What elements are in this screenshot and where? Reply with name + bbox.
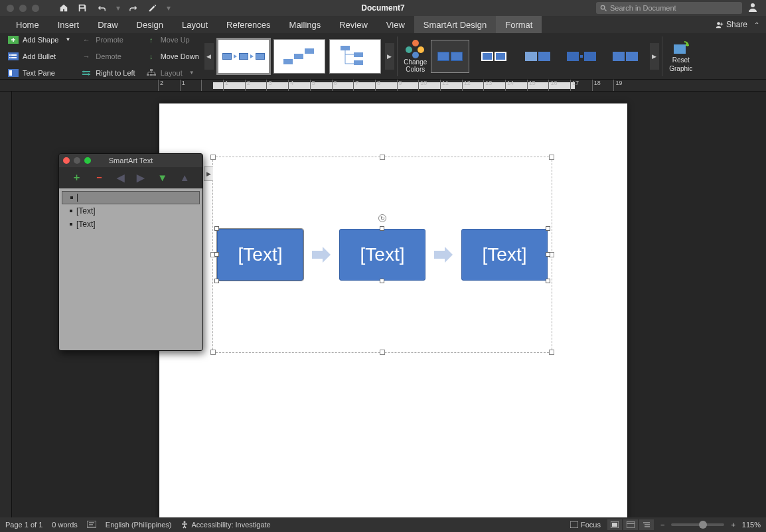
minimize-window-icon[interactable] [19,5,27,12]
horizontal-ruler[interactable]: 2112345678910111213141516171819 [0,80,766,92]
save-icon[interactable] [78,3,87,13]
resize-handle[interactable] [214,252,219,257]
panel-minimize-icon[interactable] [74,157,80,164]
resize-handle[interactable] [546,279,550,283]
tab-references[interactable]: References [217,16,279,33]
resize-handle[interactable] [546,252,550,257]
add-icon[interactable]: ＋ [72,171,82,184]
zoom-thumb[interactable] [699,521,707,529]
zoom-in-button[interactable]: + [731,521,735,529]
text-item[interactable]: [Text] [62,218,200,231]
close-window-icon[interactable] [7,5,14,12]
resize-handle[interactable] [210,155,216,160]
resize-handle[interactable] [549,155,554,160]
resize-handle[interactable] [549,350,554,355]
qat-dropdown-icon[interactable]: ▾ [167,3,171,13]
text-pane-button[interactable]: Text Pane [7,66,72,80]
smartart-shape[interactable]: [Text] [339,229,425,281]
zoom-level[interactable]: 115% [742,521,761,529]
tab-view[interactable]: View [377,16,414,33]
tab-smartart-design[interactable]: SmartArt Design [414,16,496,33]
text-item-selected[interactable] [62,191,200,204]
canvas[interactable]: ▶ ↻ [Text] [12,92,766,517]
layout-thumb-step-up[interactable] [273,39,325,74]
reset-graphic-button[interactable]: Reset Graphic [665,40,697,72]
smartart-shape[interactable]: [Text] [461,229,548,281]
move-down-icon[interactable]: ▼ [157,172,167,183]
layout-thumb-hierarchy[interactable] [329,39,381,74]
style-intense[interactable] [562,40,601,73]
panel-close-icon[interactable] [63,157,70,164]
style-subtle[interactable] [518,40,557,73]
tab-design[interactable]: Design [127,16,173,33]
focus-button[interactable]: Focus [570,521,601,529]
add-shape-button[interactable]: Add Shape▼ [7,33,72,46]
resize-handle[interactable] [380,350,385,355]
move-down-button[interactable]: ↓Move Down [145,50,200,63]
search-input[interactable]: Search in Document [596,2,742,14]
promote-button[interactable]: ←Promote [80,33,136,46]
user-icon[interactable] [747,2,759,14]
zoom-slider[interactable] [671,523,724,526]
collapse-ribbon-icon[interactable]: ⌃ [754,21,759,29]
zoom-out-button[interactable]: − [660,521,664,529]
resize-handle[interactable] [380,155,385,160]
resize-handle[interactable] [214,226,219,231]
home-icon[interactable] [59,3,68,13]
resize-handle[interactable] [380,279,384,283]
page-count[interactable]: Page 1 of 1 [5,521,42,529]
smartart-shape[interactable]: [Text] [217,229,303,281]
tab-format[interactable]: Format [496,16,542,33]
layout-button[interactable]: Layout▼ [145,66,200,80]
add-bullet-button[interactable]: Add Bullet [7,50,72,63]
web-layout-view[interactable] [623,519,638,530]
tab-layout[interactable]: Layout [173,16,217,33]
spellcheck-icon[interactable] [87,521,96,529]
promote-icon[interactable]: ◀ [117,172,125,184]
redo-icon[interactable] [129,3,139,13]
text-pane-toggle[interactable]: ▶ [204,166,213,181]
remove-icon[interactable]: － [94,171,104,184]
move-up-button[interactable]: ↑Move Up [145,33,200,46]
panel-titlebar[interactable]: SmartArt Text [59,154,202,167]
smartart-text-panel[interactable]: SmartArt Text ＋ － ◀ ▶ ▼ ▲ [Text] [Text] [58,153,203,351]
panel-title: SmartArt Text [109,157,153,165]
accessibility-status[interactable]: Accessibility: Investigate [181,521,270,529]
demote-button[interactable]: →Demote [80,50,136,63]
smartart-frame[interactable]: ▶ ↻ [Text] [212,157,552,353]
word-count[interactable]: 0 words [52,521,78,529]
style-simple-fill[interactable] [431,40,469,73]
resize-handle[interactable] [210,350,216,355]
gallery-next-button[interactable]: ▶ [385,43,394,70]
tab-draw[interactable]: Draw [88,16,127,33]
layout-thumb-basic-process[interactable] [218,39,269,74]
move-up-icon[interactable]: ▲ [180,172,190,183]
styles-next-button[interactable]: ▶ [650,43,659,70]
resize-handle[interactable] [380,226,384,231]
style-flat[interactable] [606,40,645,73]
demote-icon[interactable]: ▶ [137,172,145,184]
text-item[interactable]: [Text] [62,204,200,218]
outline-view[interactable] [639,519,654,530]
rotate-handle[interactable]: ↻ [378,214,386,222]
zoom-window-icon[interactable] [32,5,39,12]
tab-mailings[interactable]: Mailings [280,16,331,33]
resize-handle[interactable] [214,279,219,283]
draw-icon[interactable] [148,3,157,13]
vertical-ruler[interactable] [0,92,12,517]
right-to-left-button[interactable]: Right to Left [80,66,136,80]
print-layout-view[interactable] [607,519,622,530]
style-white-outline[interactable] [475,40,513,73]
window-controls[interactable] [7,5,39,12]
language-status[interactable]: English (Philippines) [106,521,172,529]
change-colors-button[interactable]: Change Colors [400,40,431,73]
gallery-prev-button[interactable]: ◀ [204,43,214,70]
resize-handle[interactable] [546,226,550,231]
undo-icon[interactable] [96,3,107,13]
panel-zoom-icon[interactable] [84,157,91,164]
tab-home[interactable]: Home [7,16,48,33]
undo-dropdown-icon[interactable]: ▾ [116,3,120,13]
tab-insert[interactable]: Insert [48,16,89,33]
share-button[interactable]: Share [716,20,747,29]
tab-review[interactable]: Review [330,16,377,33]
